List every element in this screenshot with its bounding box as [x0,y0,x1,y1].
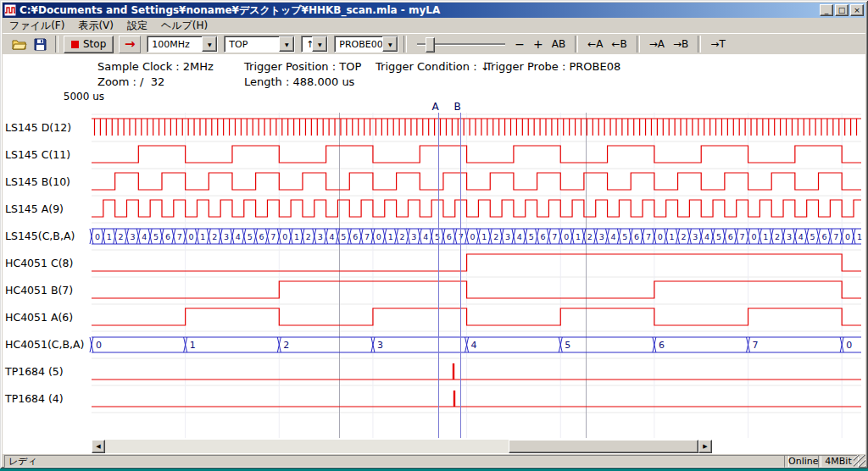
goto-b-left-button[interactable]: ←B [607,36,631,52]
bus-transition [770,229,773,244]
bus-value: 5 [716,232,721,241]
scroll-right-arrow-icon[interactable]: ▶ [698,440,712,453]
goto-b-right-button[interactable]: →B [669,36,693,52]
channel-label: LS145(C,B,A) [5,230,75,242]
open-button[interactable] [9,35,30,53]
chevron-down-icon[interactable]: ▼ [382,36,398,52]
horizontal-scrollbar[interactable]: ◀ ▶ [92,440,712,453]
goto-a-left-button[interactable]: ←A [583,36,607,52]
trigger-position-combobox[interactable]: TOP ▼ [224,36,295,53]
bus-value: 6 [447,232,452,241]
bus-transition [160,229,164,244]
bus-transition [136,229,140,244]
menu-file[interactable]: ファイル(F) [3,18,71,34]
zoom-slider[interactable] [417,36,505,52]
menu-view[interactable]: 表示(V) [71,18,120,34]
menu-help[interactable]: ヘルプ(H) [154,18,214,34]
trigger-probe-value: PROBE00 [335,36,382,52]
status-memory-badge: 4MBit [818,455,859,468]
goto-trigger-button[interactable]: →T [706,36,729,52]
toolbar: Stop → 100MHz ▼ TOP ▼ ↑ ▼ PROBE00 ▼ − + … [3,33,865,54]
bus-transition [594,229,598,244]
resize-grip[interactable] [854,455,865,467]
open-folder-icon [12,38,27,51]
bus-transition [828,229,832,244]
bus-transition [665,229,668,244]
bus-transition [512,229,515,244]
bus-transition [570,229,574,244]
channel-label: LS145 B(10) [5,175,70,188]
zoom-out-button[interactable]: − [510,36,529,53]
bus-value: 0 [846,340,852,351]
waveform-trace [92,281,861,298]
bus-value: 2 [283,340,289,351]
sample-rate-combobox[interactable]: 100MHz ▼ [147,36,218,53]
trigger-edge-combobox[interactable]: ↑ ▼ [301,36,328,53]
bus-value: 2 [587,232,593,241]
stop-label: Stop [83,38,106,50]
bus-value: 4 [704,232,709,241]
toolbar-separator [55,36,58,53]
bus-value: 0 [470,232,475,241]
chevron-down-icon[interactable]: ▼ [202,36,217,52]
bus-value: 7 [552,232,557,241]
bus-value: 4 [471,340,477,351]
bus-value: 6 [659,340,665,351]
bus-transition [699,229,703,244]
bus-transition [348,229,351,244]
bus-value: 3 [599,232,604,241]
bus-value: 1 [857,232,862,241]
zoom-slider-thumb[interactable] [426,37,435,53]
chevron-down-icon[interactable]: ▼ [312,36,327,52]
channel-label: LS145 A(9) [5,202,64,215]
zoom-in-button[interactable]: + [529,36,548,53]
bus-value: 4 [423,232,428,241]
waveform-trace [92,254,861,271]
scroll-left-arrow-icon[interactable]: ◀ [92,440,105,453]
bus-transition [442,229,445,244]
bus-transition [629,229,632,244]
minimize-button[interactable]: _ [820,4,833,16]
bus-transition [242,229,246,244]
toolbar-separator [698,36,701,53]
run-button[interactable]: → [119,36,141,53]
close-button[interactable]: × [850,4,864,16]
bus-transition [90,229,93,244]
waveform-trace [92,119,861,136]
bus-transition [301,229,304,244]
bus-value: 6 [634,232,639,241]
bus-transition [148,229,152,244]
bus-transition [430,229,433,244]
save-icon [34,38,47,51]
bus-value: 5 [341,232,346,241]
bus-transition [641,229,644,244]
bus-value: 2 [493,232,498,241]
ab-button[interactable]: AB [548,36,570,52]
bus-value: 2 [775,232,780,241]
stop-button[interactable]: Stop [64,36,114,53]
menu-settings[interactable]: 設定 [120,18,154,34]
bus-value: 0 [189,232,194,241]
bus-value: 5 [435,232,440,241]
sample-rate-value: 100MHz [147,36,202,52]
goto-a-right-button[interactable]: →A [645,36,669,52]
bus-value: 6 [259,232,264,241]
save-button[interactable] [30,35,50,53]
waveform-svg: 5000 usLS145 D(12)LS145 C(11)LS145 B(10)… [0,54,868,454]
time-scale-label: 5000 us [64,91,104,103]
bus-value: 1 [670,232,675,241]
bus-value: 2 [119,232,124,241]
bus-value: 0 [564,232,569,241]
trigger-position-value: TOP [225,36,279,52]
bus-transition [325,229,328,244]
bus-value: 7 [270,232,275,241]
scrollbar-thumb[interactable] [509,440,698,453]
chevron-down-icon[interactable]: ▼ [279,36,294,52]
maximize-button[interactable]: □ [835,4,849,16]
statusbar: レディ Online 4MBit [3,455,865,467]
bus-transition [254,229,258,244]
bus-transition [793,229,797,244]
channel-label: LS145 D(12) [5,121,71,134]
trigger-probe-combobox[interactable]: PROBE00 ▼ [334,36,398,53]
bus-value: 1 [763,232,768,241]
